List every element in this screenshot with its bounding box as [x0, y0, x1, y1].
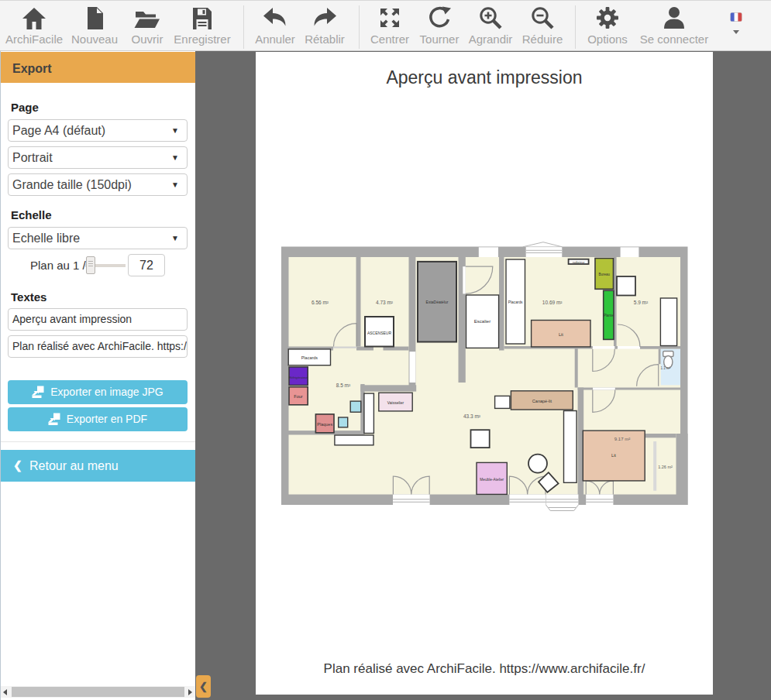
svg-text:radiateur: radiateur — [573, 260, 585, 264]
svg-text:Canapé-lit: Canapé-lit — [532, 399, 552, 403]
svg-text:9.17 m²: 9.17 m² — [614, 437, 630, 441]
svg-text:Plante: Plante — [604, 314, 614, 317]
svg-text:Lit: Lit — [559, 332, 563, 337]
svg-text:Bureau: Bureau — [598, 273, 610, 276]
svg-text:EstaDéatélur: EstaDéatélur — [426, 300, 449, 304]
svg-text:10.69 m²: 10.69 m² — [542, 300, 563, 305]
svg-text:Meuble-Atelier: Meuble-Atelier — [480, 478, 504, 482]
svg-text:1.1 m²: 1.1 m² — [661, 366, 671, 370]
svg-text:Réfrigérateur: Réfrigérateur — [289, 376, 308, 379]
svg-text:Lit: Lit — [611, 453, 616, 458]
svg-text:Plaques: Plaques — [317, 422, 332, 427]
svg-text:Placards: Placards — [508, 300, 523, 304]
svg-text:Four: Four — [294, 394, 302, 399]
svg-text:Vaisselier: Vaisselier — [387, 400, 404, 405]
svg-text:Placards: Placards — [301, 355, 318, 360]
svg-text:4.73 m²: 4.73 m² — [376, 300, 394, 305]
svg-text:ASCENSEUR: ASCENSEUR — [367, 331, 392, 335]
svg-text:5.9 m²: 5.9 m² — [634, 300, 649, 305]
svg-text:6.56 m²: 6.56 m² — [311, 300, 329, 305]
svg-text:Escalier: Escalier — [474, 319, 490, 324]
svg-text:8.5 m²: 8.5 m² — [336, 383, 351, 388]
svg-text:1.26 m²: 1.26 m² — [658, 465, 673, 469]
svg-text:43.3 m²: 43.3 m² — [463, 413, 481, 419]
